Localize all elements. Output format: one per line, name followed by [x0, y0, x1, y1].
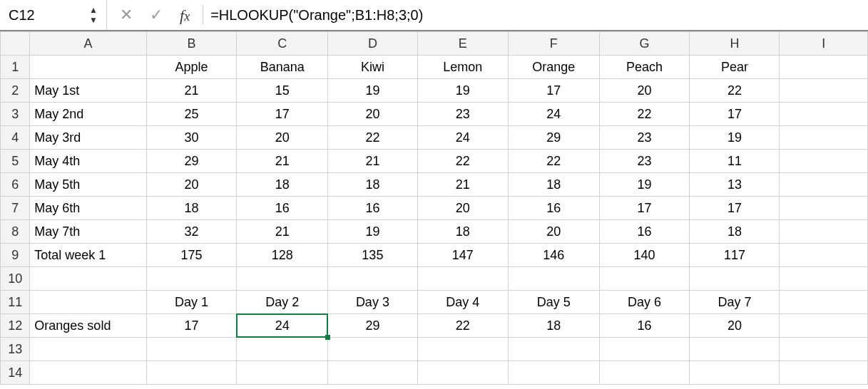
cell-C9[interactable]: 128	[237, 244, 328, 267]
cell-D14[interactable]	[328, 361, 418, 385]
cell-B4[interactable]: 30	[146, 126, 237, 150]
cell-G1[interactable]: Peach	[599, 56, 690, 79]
cell-C4[interactable]: 20	[237, 126, 328, 150]
cell-D3[interactable]: 20	[328, 103, 418, 126]
cell-H11[interactable]: Day 7	[690, 291, 780, 314]
cell-B12[interactable]: 17	[146, 314, 237, 338]
cell-B13[interactable]	[146, 338, 237, 361]
row-header-11[interactable]: 11	[1, 291, 30, 314]
cell-E1[interactable]: Lemon	[417, 56, 508, 79]
cell-E14[interactable]	[417, 361, 508, 385]
cell-A7[interactable]: May 6th	[30, 197, 146, 220]
cell-G11[interactable]: Day 6	[599, 291, 690, 314]
cell-F10[interactable]	[508, 267, 599, 291]
column-header-F[interactable]: F	[508, 32, 599, 56]
row-header-8[interactable]: 8	[1, 220, 30, 244]
cell-F13[interactable]	[508, 338, 599, 361]
cell-G2[interactable]: 20	[599, 79, 690, 103]
cell-G10[interactable]	[599, 267, 690, 291]
cell-C12[interactable]: 24	[237, 314, 328, 338]
cell-H1[interactable]: Pear	[690, 56, 780, 79]
cell-C1[interactable]: Banana	[237, 56, 328, 79]
cell-D12[interactable]: 29	[328, 314, 418, 338]
cell-B11[interactable]: Day 1	[146, 291, 237, 314]
column-header-E[interactable]: E	[417, 32, 508, 56]
row-header-13[interactable]: 13	[1, 338, 30, 361]
cell-C8[interactable]: 21	[237, 220, 328, 244]
cell-B9[interactable]: 175	[146, 244, 237, 267]
cell-D2[interactable]: 19	[328, 79, 418, 103]
cell-D4[interactable]: 22	[328, 126, 418, 150]
cell-C5[interactable]: 21	[237, 150, 328, 173]
column-header-B[interactable]: B	[146, 32, 237, 56]
cell-G14[interactable]	[599, 361, 690, 385]
cell-B2[interactable]: 21	[146, 79, 237, 103]
cell-F5[interactable]: 22	[508, 150, 599, 173]
cell-A1[interactable]	[30, 56, 146, 79]
cancel-icon[interactable]: ✕	[120, 6, 133, 24]
cell-F9[interactable]: 146	[508, 244, 599, 267]
cell-E2[interactable]: 19	[417, 79, 508, 103]
cell-H4[interactable]: 19	[690, 126, 780, 150]
cell-I14[interactable]	[780, 361, 868, 385]
cell-A6[interactable]: May 5th	[30, 173, 146, 197]
cell-H6[interactable]: 13	[690, 173, 780, 197]
cell-A2[interactable]: May 1st	[30, 79, 146, 103]
cell-G12[interactable]: 16	[599, 314, 690, 338]
row-header-2[interactable]: 2	[1, 79, 30, 103]
cell-I6[interactable]	[780, 173, 868, 197]
cell-F2[interactable]: 17	[508, 79, 599, 103]
row-header-4[interactable]: 4	[1, 126, 30, 150]
cell-A3[interactable]: May 2nd	[30, 103, 146, 126]
cell-A8[interactable]: May 7th	[30, 220, 146, 244]
cell-I8[interactable]	[780, 220, 868, 244]
fx-icon[interactable]: fx	[180, 6, 190, 25]
cell-D13[interactable]	[328, 338, 418, 361]
cell-G7[interactable]: 17	[599, 197, 690, 220]
cell-C13[interactable]	[237, 338, 328, 361]
cell-D1[interactable]: Kiwi	[328, 56, 418, 79]
cell-F12[interactable]: 18	[508, 314, 599, 338]
cell-G4[interactable]: 23	[599, 126, 690, 150]
cell-A10[interactable]	[30, 267, 146, 291]
cell-C14[interactable]	[237, 361, 328, 385]
row-header-1[interactable]: 1	[1, 56, 30, 79]
column-header-I[interactable]: I	[780, 32, 868, 56]
row-header-3[interactable]: 3	[1, 103, 30, 126]
cell-C10[interactable]	[237, 267, 328, 291]
cell-G13[interactable]	[599, 338, 690, 361]
cell-C7[interactable]: 16	[237, 197, 328, 220]
select-all-corner[interactable]	[1, 32, 30, 56]
cell-G3[interactable]: 22	[599, 103, 690, 126]
cell-B14[interactable]	[146, 361, 237, 385]
cell-H2[interactable]: 22	[690, 79, 780, 103]
cell-I7[interactable]	[780, 197, 868, 220]
cell-A9[interactable]: Total week 1	[30, 244, 146, 267]
cell-A13[interactable]	[30, 338, 146, 361]
cell-G6[interactable]: 19	[599, 173, 690, 197]
cell-D9[interactable]: 135	[328, 244, 418, 267]
cell-B7[interactable]: 18	[146, 197, 237, 220]
accept-icon[interactable]: ✓	[150, 6, 163, 24]
cell-B8[interactable]: 32	[146, 220, 237, 244]
cell-E5[interactable]: 22	[417, 150, 508, 173]
cell-H9[interactable]: 117	[690, 244, 780, 267]
cell-A11[interactable]	[30, 291, 146, 314]
cell-H13[interactable]	[690, 338, 780, 361]
cell-I2[interactable]	[780, 79, 868, 103]
cell-E12[interactable]: 22	[417, 314, 508, 338]
cell-D8[interactable]: 19	[328, 220, 418, 244]
cell-A4[interactable]: May 3rd	[30, 126, 146, 150]
cell-F14[interactable]	[508, 361, 599, 385]
cell-I4[interactable]	[780, 126, 868, 150]
cell-B10[interactable]	[146, 267, 237, 291]
cell-G5[interactable]: 23	[599, 150, 690, 173]
cell-I10[interactable]	[780, 267, 868, 291]
cell-I3[interactable]	[780, 103, 868, 126]
cell-E11[interactable]: Day 4	[417, 291, 508, 314]
chevron-down-icon[interactable]: ▼	[89, 16, 98, 24]
column-header-A[interactable]: A	[30, 32, 146, 56]
cell-E4[interactable]: 24	[417, 126, 508, 150]
cell-I1[interactable]	[780, 56, 868, 79]
row-header-6[interactable]: 6	[1, 173, 30, 197]
